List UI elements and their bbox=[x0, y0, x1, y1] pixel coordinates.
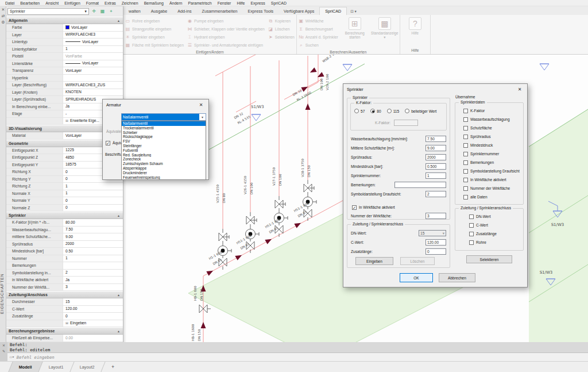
prop-value-mittlere-schutzfläche[interactable]: 9.00 bbox=[63, 233, 123, 240]
zusatzlaenge-input[interactable]: 0 bbox=[425, 248, 446, 255]
option-zonecheck[interactable]: Zonecheck bbox=[122, 157, 206, 162]
prop-value-linienstärke[interactable]: VonLayer bbox=[63, 60, 123, 67]
option-zumischsystem-schaum[interactable]: Zumischsystem Schaum bbox=[122, 162, 206, 166]
option-fußventil[interactable]: Fußventil bbox=[122, 148, 206, 153]
menu-parametrisch[interactable]: Parametrisch bbox=[185, 1, 214, 5]
ribbon-button-hydrant-eingeben[interactable]: ⌶Hydrant eingeben bbox=[187, 33, 265, 41]
wirkflaeche-number-input[interactable]: 3 bbox=[425, 213, 446, 219]
ribbon-tab-spricad[interactable]: SpriCAD bbox=[319, 7, 347, 15]
loeschen-button[interactable]: Löschen bbox=[400, 257, 435, 265]
ribbon-button-kopieren[interactable]: ⧉Kopieren bbox=[268, 17, 295, 25]
prop-section-zuleitung-anschluss[interactable]: Zuleitung/Anschluss▴ bbox=[6, 291, 123, 298]
ribbon-button-wirkfläche[interactable]: ▣Wirkfläche bbox=[299, 17, 338, 25]
option-rückschlagklappe[interactable]: Rückschlagklappe bbox=[122, 135, 206, 139]
ribbon-tab-verfügbare-apps[interactable]: Verfügbare Apps bbox=[278, 7, 319, 15]
eingeben-button[interactable]: Eingeben bbox=[355, 257, 393, 265]
option-steinfänger[interactable]: Steinfänger bbox=[122, 144, 206, 148]
checkbox-mindestdruck[interactable]: Mindestdruck bbox=[463, 142, 522, 148]
ribbon-overflow-icon[interactable]: ⊡ ▾ bbox=[347, 8, 360, 15]
prop-value-linientypfaktor[interactable]: 1 bbox=[63, 46, 123, 53]
menu-extras[interactable]: Extras bbox=[102, 1, 119, 5]
prop-value-wasserbeaufschlagu[interactable]: 7.50 bbox=[63, 227, 123, 233]
prop-value-nummer-der-wirkflä[interactable]: 3 bbox=[63, 284, 123, 291]
prop-value-bemerkungen[interactable] bbox=[63, 262, 123, 269]
properties-palette-titlebar[interactable]: ✕ ⇄ ⚙ EIGENSCHAFTEN bbox=[0, 6, 6, 345]
properties-menu-icon[interactable]: ⚙ bbox=[0, 19, 6, 25]
prop-value-sprühradius[interactable]: 2000 bbox=[63, 241, 123, 248]
checkbox-alle-daten[interactable]: alle Daten bbox=[463, 194, 522, 200]
prop-value-layer[interactable]: WIRKFLAECHE3 bbox=[63, 32, 123, 39]
ribbon-bigbutton-berechnung-starten[interactable]: ⊞Berechnung starten bbox=[342, 16, 368, 49]
option-feuerwehreinspeisung[interactable]: Feuerwehreinspeisung bbox=[122, 175, 206, 180]
autohide-icon[interactable]: ⇄ bbox=[0, 13, 6, 19]
prop-value-plotstil[interactable]: VonFarbe bbox=[63, 53, 123, 60]
ribbon-bigbutton-standardanzeige[interactable]: ▩Standardanzeige ▾ bbox=[372, 16, 398, 49]
select-objects-icon[interactable]: ▦ bbox=[99, 8, 106, 15]
menu-hilfe[interactable]: Hilfe bbox=[234, 1, 247, 5]
option-schieber[interactable]: Schieber bbox=[122, 131, 206, 135]
ribbon-tab-zusammenarbeiten[interactable]: Zusammenarbeiten bbox=[197, 7, 243, 15]
pickadd-icon[interactable]: ⌖ bbox=[107, 8, 115, 15]
radio-beliebiger-wert[interactable]: beliebiger Wert bbox=[405, 109, 436, 113]
layout-tab-layout2[interactable]: Layout2 bbox=[70, 362, 106, 372]
option-druckminderer[interactable]: Druckminderer bbox=[122, 171, 206, 175]
checkbox-dn-wert[interactable]: DN-Wert bbox=[469, 213, 522, 220]
field-input-bemerkungen[interactable] bbox=[394, 182, 446, 188]
ribbon-button-schieber-klappen-oder-ventile-eingeben[interactable]: ⋈Schieber, Klappen oder Ventile eingeben bbox=[187, 25, 265, 33]
menu-bearbeiten[interactable]: Bearbeiten bbox=[17, 1, 42, 5]
option-fsv[interactable]: FSV bbox=[122, 139, 206, 144]
menu-datei[interactable]: Datei bbox=[2, 1, 17, 5]
prop-value-durchmesser[interactable]: 15 bbox=[63, 298, 123, 305]
menu-ansicht[interactable]: Ansicht bbox=[42, 1, 61, 5]
layout-tab-layout1[interactable]: Layout1 bbox=[38, 362, 74, 372]
prop-value-layer-beschriftung[interactable]: WIRKFLAECHE3_ZUS bbox=[63, 82, 123, 89]
abbrechen-button[interactable]: Abbrechen bbox=[439, 273, 475, 282]
selektieren-button[interactable]: Selektieren bbox=[466, 255, 512, 263]
new-layout-button[interactable]: + bbox=[101, 362, 125, 372]
ribbon-button-sprinkler-eingeben[interactable]: ✳Sprinkler eingeben bbox=[125, 33, 184, 41]
checkbox-schutzfläche[interactable]: Schutzfläche bbox=[463, 125, 522, 131]
prop-value-mindestdruck-bar[interactable]: 0.50 bbox=[63, 248, 123, 255]
ribbon-button-selektieren[interactable]: ➤Selektieren bbox=[268, 33, 295, 41]
menu-ändern[interactable]: Ändern bbox=[167, 1, 185, 5]
menu-spricad[interactable]: SpriCAD bbox=[268, 1, 289, 5]
prop-value-layer-knoten[interactable]: KNOTEN bbox=[63, 89, 123, 96]
command-input[interactable]: ▭▾ Befehl eingeben bbox=[7, 352, 588, 361]
checkbox-bemerkungen[interactable]: Bemerkungen bbox=[463, 159, 522, 166]
prop-value-richtung-z[interactable]: 1 bbox=[63, 183, 123, 190]
prop-value-normale-x[interactable]: 1 bbox=[63, 190, 123, 197]
object-type-select[interactable]: Sprinkler ▾ bbox=[7, 8, 89, 15]
close-icon[interactable]: ✕ bbox=[0, 6, 6, 13]
checkbox-sprühradius[interactable]: Sprühradius bbox=[463, 133, 522, 140]
armatur-dialog-titlebar[interactable]: Armatur ✕ bbox=[103, 99, 208, 110]
ribbon-button-anzahl-d-sprinkler[interactable]: №Anzahl d. Sprinkler bbox=[299, 33, 338, 41]
ribbon-button-löschen[interactable]: ◪Löschen bbox=[268, 25, 295, 33]
checkbox-zusatzlänge[interactable]: Zusatzlänge bbox=[469, 231, 522, 237]
quick-select-icon[interactable]: ✛ bbox=[90, 8, 98, 15]
option-red-saugleitung[interactable]: Red. Saugleitung bbox=[122, 153, 206, 158]
prop-value-hyperlink[interactable] bbox=[63, 75, 123, 82]
ribbon-button-fläche-mit-sprinklern-belegen[interactable]: ▦Fläche mit Sprinklern belegen bbox=[125, 41, 184, 49]
checkbox-rohre[interactable]: Rohre bbox=[469, 239, 522, 246]
menu-zeichnen[interactable]: Zeichnen bbox=[119, 1, 141, 5]
dn-wert-select[interactable]: 15 ▾ bbox=[419, 230, 446, 236]
prop-value-farbe[interactable]: VonLayer bbox=[63, 24, 123, 31]
prop-value-transparenz[interactable]: VonLayer bbox=[63, 67, 123, 74]
ribbon-button-berechnungsart[interactable]: ΣBerechnungsart bbox=[299, 25, 338, 33]
field-input-symboldarstellung-draufsicht[interactable]: 2 bbox=[425, 191, 446, 197]
prop-value-normale-z[interactable]: 0 bbox=[63, 205, 123, 212]
prop-value-c-wert[interactable]: 120.00 bbox=[63, 306, 123, 313]
menu-bemaßung[interactable]: Bemaßung bbox=[141, 1, 167, 5]
checkbox-nummer-der-wirkfläche[interactable]: Nummer der Wirkfläche bbox=[463, 185, 522, 191]
menu-fenster[interactable]: Fenster bbox=[215, 1, 234, 5]
option-trockenalarmventil[interactable]: Trockenalarmventil bbox=[122, 126, 206, 131]
field-input-mindestdruck-bar[interactable]: 0.500 bbox=[425, 163, 446, 170]
field-input-sprühradius[interactable]: 2000 bbox=[425, 154, 446, 160]
ribbon-button-sprinkler-und-armaturlegende-einfügen[interactable]: ☰Sprinkler- und Armaturlegende einfügen bbox=[187, 41, 265, 49]
checkbox-c-wert[interactable]: C-Wert bbox=[469, 222, 522, 228]
ok-button[interactable]: OK bbox=[400, 273, 433, 282]
ribbon-bigbutton-hilfe[interactable]: ?Hilfe bbox=[402, 16, 428, 47]
menu-express[interactable]: Express bbox=[247, 1, 268, 5]
in-wirkflaeche-checkbox[interactable]: ✓ In Wirkfläche aktiviert bbox=[352, 204, 395, 210]
ribbon-tab-add-ins[interactable]: Add-ins bbox=[172, 7, 196, 15]
